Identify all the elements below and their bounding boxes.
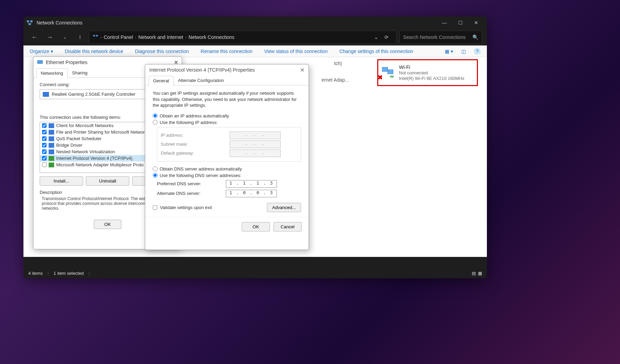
back-button[interactable]: ← [28, 31, 41, 43]
view-options-button[interactable]: ▦ ▾ [445, 47, 453, 55]
ok-button[interactable]: OK [94, 220, 121, 229]
recent-button[interactable]: ⌄ [59, 31, 71, 43]
refresh-button[interactable]: ⟳ [380, 31, 393, 43]
tab-general[interactable]: General [149, 76, 173, 85]
toolbar: Organize ▾ Disable this network device D… [23, 45, 487, 57]
item-label: Internet Protocol Version 4 (TCP/IPv4) [56, 156, 132, 161]
item-checkbox[interactable] [42, 136, 47, 141]
disable-device-link[interactable]: Disable this network device [65, 49, 123, 54]
minimize-button[interactable]: — [437, 17, 452, 29]
chevron-down-icon[interactable]: ⌄ [374, 34, 378, 40]
radio-label: Use the following IP address: [160, 120, 218, 125]
close-button[interactable]: ✕ [468, 17, 484, 29]
validate-checkbox[interactable] [153, 205, 157, 210]
svg-rect-4 [96, 35, 98, 36]
item-checkbox[interactable] [42, 149, 47, 154]
radio-input[interactable] [153, 120, 158, 125]
breadcrumb-root[interactable]: Control Panel [104, 34, 133, 40]
item-checkbox[interactable] [42, 123, 47, 128]
svg-rect-2 [29, 23, 31, 25]
protocol-icon [49, 123, 54, 128]
large-icons-view-button[interactable]: ▦ [478, 271, 482, 276]
svg-rect-0 [27, 20, 29, 22]
forward-button[interactable]: → [43, 31, 56, 43]
item-label: QoS Packet Scheduler [56, 136, 102, 141]
dialog-title: Internet Protocol Version 4 (TCP/IPv4) P… [149, 67, 255, 73]
up-button[interactable]: ↑ [74, 31, 86, 43]
ethernet-icon [37, 59, 43, 65]
diagnose-link[interactable]: Diagnose this connection [135, 49, 189, 54]
protocol-icon [49, 130, 54, 135]
item-checkbox[interactable] [42, 130, 47, 134]
alt-dns-input[interactable]: 1 . 0 . 0 . 3 [226, 190, 277, 197]
svg-rect-1 [30, 20, 33, 22]
pref-dns-label: Preferred DNS server: [157, 181, 226, 186]
breadcrumb-mid[interactable]: Network and Internet [138, 34, 183, 40]
install-button[interactable]: Install... [40, 176, 83, 186]
radio-input[interactable] [153, 113, 158, 118]
dns-fields-group: Preferred DNS server:1 . 1 . 1 . 3 Alter… [157, 180, 301, 197]
help-button[interactable]: ? [474, 48, 481, 55]
svg-rect-6 [388, 70, 393, 74]
window-title: Network Connections [37, 20, 437, 25]
status-item-count: 4 items [28, 271, 43, 276]
details-view-button[interactable]: ▤ [472, 271, 476, 276]
breadcrumb-leaf[interactable]: Network Connections [189, 34, 234, 40]
intro-text: You can get IP settings assigned automat… [153, 90, 301, 108]
status-bar: 4 items | 1 item selected | ▤ ▦ [23, 268, 487, 278]
dialog-title-bar: Internet Protocol Version 4 (TCP/IPv4) P… [145, 64, 309, 75]
pref-dns-input[interactable]: 1 . 1 . 1 . 3 [226, 180, 277, 188]
ok-button[interactable]: OK [242, 222, 270, 231]
protocol-icon [49, 156, 54, 161]
close-button[interactable]: ✕ [300, 67, 304, 73]
radio-input[interactable] [153, 166, 158, 171]
radio-label: Obtain DNS server address automatically [160, 166, 242, 171]
change-settings-link[interactable]: Change settings of this connection [339, 49, 413, 54]
radio-label: Use the following DNS server addresses: [160, 173, 241, 178]
protocol-icon [49, 163, 54, 167]
chevron-right-icon: › [135, 35, 137, 39]
subnet-input: . . . [230, 141, 281, 148]
maximize-button[interactable]: ☐ [452, 17, 468, 29]
view-status-link[interactable]: View status of this connection [264, 49, 328, 54]
ipv4-properties-dialog: Internet Protocol Version 4 (TCP/IPv4) P… [145, 64, 309, 250]
wifi-name: Wi-Fi [399, 64, 464, 70]
subnet-label: Subnet mask: [161, 142, 230, 147]
svg-rect-7 [38, 61, 42, 64]
item-checkbox[interactable] [42, 163, 47, 167]
address-bar[interactable]: › Control Panel › Network and Internet ›… [89, 31, 397, 44]
cancel-button[interactable]: Cancel [273, 222, 302, 231]
item-checkbox[interactable] [42, 143, 47, 147]
dns-manual-radio[interactable]: Use the following DNS server addresses: [153, 173, 301, 178]
item-checkbox[interactable] [42, 156, 47, 160]
error-x-icon: ✖ [378, 74, 383, 81]
ip-address-label: IP address: [161, 133, 230, 138]
status-divider: | [48, 271, 49, 276]
organize-menu[interactable]: Organize ▾ [30, 49, 53, 54]
status-selected-count: 1 item selected [53, 271, 83, 276]
dns-auto-radio[interactable]: Obtain DNS server address automatically [153, 166, 301, 171]
adapter-icon [43, 92, 49, 97]
search-input[interactable]: Search Network Connections 🔍 [399, 31, 482, 44]
uninstall-button[interactable]: Uninstall [86, 176, 129, 186]
protocol-icon [49, 149, 54, 154]
preview-pane-button[interactable]: ◫ [459, 47, 468, 55]
tab-sharing[interactable]: Sharing [68, 68, 92, 77]
wifi-adapter-item[interactable]: ✖ Wi-Fi Not connected Intel(R) Wi-Fi 6E … [377, 59, 478, 86]
ip-fields-group: IP address:. . . Subnet mask:. . . Defau… [157, 127, 301, 162]
wifi-adapter: Intel(R) Wi-Fi 6E AX210 160MHz [399, 76, 464, 81]
search-icon: 🔍 [472, 34, 478, 40]
gateway-label: Default gateway: [161, 150, 230, 156]
gateway-input: . . . [230, 149, 281, 157]
tab-alternate[interactable]: Alternate Configuration [173, 75, 228, 85]
svg-rect-5 [382, 67, 388, 71]
rename-link[interactable]: Rename this connection [201, 49, 252, 54]
tab-networking[interactable]: Networking [36, 68, 68, 78]
chevron-right-icon: › [185, 35, 187, 39]
network-icon [93, 34, 98, 41]
ip-manual-radio[interactable]: Use the following IP address: [153, 120, 301, 125]
advanced-button[interactable]: Advanced... [267, 203, 301, 212]
radio-input[interactable] [153, 173, 158, 178]
wifi-status: Not connected [399, 70, 464, 75]
ip-auto-radio[interactable]: Obtain an IP address automatically [153, 113, 301, 118]
